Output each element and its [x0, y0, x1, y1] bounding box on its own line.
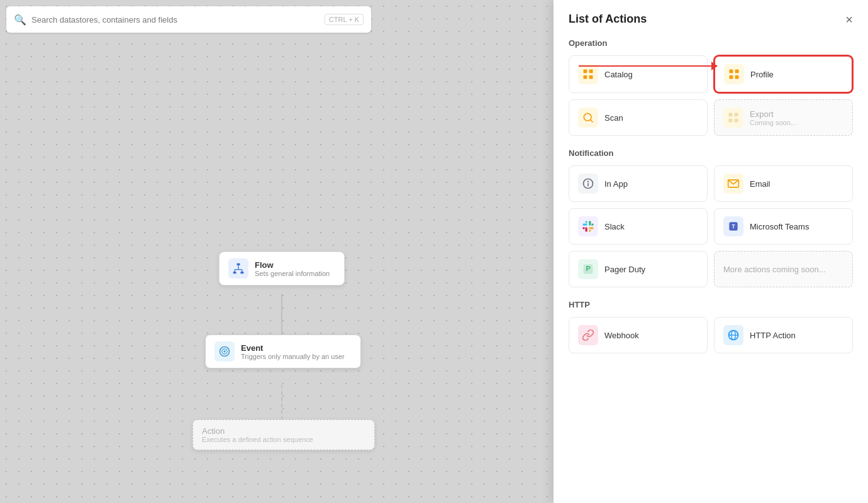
scan-icon: [578, 108, 598, 128]
svg-rect-16: [730, 70, 733, 74]
flow-node-subtitle: Sets general information: [255, 270, 330, 277]
highlight-arrow: [579, 65, 717, 67]
svg-text:P: P: [586, 265, 590, 272]
svg-rect-22: [729, 113, 733, 117]
flow-node-text: Flow Sets general information: [255, 260, 330, 277]
svg-line-21: [591, 120, 593, 123]
slack-card[interactable]: Slack: [569, 208, 708, 245]
webhook-card[interactable]: Webhook: [569, 317, 708, 353]
teams-label: Microsoft Teams: [750, 222, 809, 231]
http-section-label: HTTP: [569, 300, 853, 309]
event-node[interactable]: Event Triggers only manually by an user: [205, 334, 361, 368]
action-node-text: Action Executes a defined action sequenc…: [202, 426, 313, 443]
svg-rect-4: [240, 272, 243, 274]
slack-label: Slack: [604, 222, 625, 231]
svg-rect-24: [729, 119, 733, 123]
email-label: Email: [750, 179, 771, 189]
profile-card[interactable]: Profile: [714, 55, 853, 93]
svg-point-11: [223, 350, 225, 352]
catalog-card[interactable]: Catalog: [569, 55, 708, 93]
svg-rect-23: [735, 113, 738, 117]
svg-rect-18: [730, 75, 733, 79]
flow-icon: [228, 258, 248, 279]
svg-text:T: T: [732, 223, 735, 229]
actions-panel: List of Actions × Operation Catalog: [554, 0, 868, 503]
event-icon: [214, 341, 235, 362]
svg-rect-2: [237, 263, 240, 265]
operation-section-label: Operation: [569, 38, 853, 48]
operation-grid: Catalog Profile Scan: [569, 55, 853, 136]
pager-label: Pager Duty: [604, 265, 645, 274]
scan-card[interactable]: Scan: [569, 99, 708, 136]
http-grid: Webhook HTTP Action: [569, 317, 853, 353]
svg-rect-14: [584, 75, 587, 79]
email-card[interactable]: Email: [714, 165, 853, 202]
panel-header: List of Actions ×: [569, 13, 853, 26]
search-input[interactable]: [31, 15, 320, 25]
export-label: Export: [750, 109, 796, 119]
teams-icon: T: [723, 216, 743, 236]
http-icon: [723, 325, 743, 345]
svg-rect-13: [589, 70, 593, 74]
export-icon: [723, 108, 743, 128]
more-notif-card: More actions coming soon...: [714, 251, 853, 287]
http-action-label: HTTP Action: [750, 331, 796, 340]
http-action-card[interactable]: HTTP Action: [714, 317, 853, 353]
event-node-title: Event: [241, 343, 345, 353]
svg-rect-15: [589, 75, 593, 79]
flow-node[interactable]: Flow Sets general information: [219, 252, 345, 285]
scan-label: Scan: [604, 113, 623, 123]
action-node[interactable]: Action Executes a defined action sequenc…: [192, 419, 375, 450]
canvas-area: 🔍 CTRL + K Flow Sets general information: [0, 0, 554, 503]
profile-label: Profile: [750, 70, 774, 79]
search-shortcut: CTRL + K: [325, 14, 364, 25]
teams-card[interactable]: T Microsoft Teams: [714, 208, 853, 245]
event-node-subtitle: Triggers only manually by an user: [241, 353, 345, 360]
inapp-label: In App: [604, 179, 628, 189]
export-sublabel: Coming soon...: [750, 119, 796, 126]
action-node-title: Action: [202, 426, 313, 436]
more-notif-label: More actions coming soon...: [723, 265, 826, 274]
notification-grid: In App Email: [569, 165, 853, 287]
svg-rect-19: [735, 75, 739, 79]
svg-point-27: [587, 180, 589, 182]
notification-section-label: Notification: [569, 148, 853, 158]
pager-icon: P: [578, 259, 598, 279]
webhook-label: Webhook: [604, 331, 639, 340]
close-button[interactable]: ×: [845, 13, 853, 26]
search-bar[interactable]: 🔍 CTRL + K: [6, 6, 371, 33]
svg-rect-12: [584, 70, 587, 74]
profile-icon: [724, 64, 744, 84]
action-node-subtitle: Executes a defined action sequence: [202, 436, 313, 443]
catalog-icon: [578, 64, 598, 84]
panel-title: List of Actions: [569, 13, 647, 26]
search-icon: 🔍: [14, 14, 26, 26]
webhook-icon: [578, 325, 598, 345]
flow-node-title: Flow: [255, 260, 330, 270]
inapp-card[interactable]: In App: [569, 165, 708, 202]
svg-rect-3: [233, 272, 236, 274]
svg-rect-17: [735, 70, 739, 74]
inapp-icon: [578, 174, 598, 194]
catalog-label: Catalog: [604, 70, 633, 79]
slack-icon: [578, 216, 598, 236]
svg-point-20: [584, 113, 591, 121]
pager-card[interactable]: P Pager Duty: [569, 251, 708, 287]
event-node-text: Event Triggers only manually by an user: [241, 343, 345, 360]
export-card: Export Coming soon...: [714, 99, 853, 136]
email-icon: [723, 174, 743, 194]
svg-rect-25: [735, 119, 738, 123]
